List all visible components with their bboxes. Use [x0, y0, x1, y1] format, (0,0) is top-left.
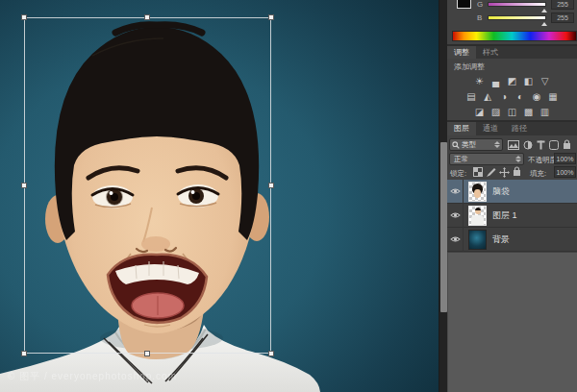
transform-handle-bottom-center[interactable] [144, 351, 150, 356]
lock-image-pixels-brush-icon[interactable] [486, 167, 496, 178]
layer-name[interactable]: 脑袋 [492, 185, 510, 198]
layer-name[interactable]: 背景 [492, 233, 510, 246]
visibility-toggle[interactable] [447, 180, 464, 204]
adjustment-black-white-icon[interactable]: ◑ [498, 90, 511, 103]
filter-shape-layers-icon[interactable] [549, 140, 559, 150]
adjustment-posterize-icon[interactable]: ▨ [489, 106, 502, 118]
adjustment-channel-mixer-icon[interactable]: ◉ [531, 90, 543, 103]
blue-value-field[interactable]: 255 [551, 12, 574, 23]
eye-icon [450, 211, 461, 219]
search-icon [452, 141, 460, 149]
eye-icon [450, 187, 461, 195]
panel-dock: G 255 B 255 调整 样式 添加调整 [447, 0, 577, 392]
layer-list: 脑袋 图层 1 [447, 180, 577, 252]
canvas-vertical-scrollbar[interactable] [439, 0, 447, 392]
transform-handle-middle-left[interactable] [21, 183, 27, 188]
layer-row-background[interactable]: 背景 [447, 228, 577, 252]
adjustment-vibrance-icon[interactable]: ▽ [539, 75, 551, 87]
filter-type-layers-icon[interactable] [537, 140, 545, 150]
green-value-field[interactable]: 255 [551, 0, 574, 10]
fill-label: 填充: [530, 169, 546, 179]
photoshop-app: © 图平 / everyonephotoshop.com G 255 B 255 [0, 0, 577, 392]
document-canvas[interactable]: © 图平 / everyonephotoshop.com [0, 0, 439, 392]
visibility-toggle[interactable] [447, 228, 464, 252]
adjustment-color-balance-icon[interactable]: ◭ [482, 90, 494, 103]
green-slider-knob[interactable] [541, 9, 547, 12]
blend-mode-value: 正常 [454, 155, 468, 164]
lock-label: 锁定: [450, 169, 466, 179]
tab-paths[interactable]: 路径 [505, 122, 534, 135]
lock-position-move-icon[interactable] [499, 167, 510, 178]
adjustment-levels-icon[interactable]: ▄ [489, 75, 502, 87]
adjustment-photo-filter-icon[interactable]: ◐ [514, 90, 527, 103]
adjustment-invert-icon[interactable]: ◪ [473, 106, 486, 118]
filter-kind-label: 类型 [462, 140, 476, 150]
fill-field[interactable]: 100% [554, 166, 576, 178]
empty-dock-area [447, 253, 577, 392]
adjustment-brightness-contrast-icon[interactable]: ☀ [473, 75, 486, 87]
tab-channels[interactable]: 通道 [476, 122, 505, 135]
transform-handle-top-left[interactable] [21, 14, 27, 20]
blue-channel-label: B [477, 13, 482, 22]
filter-adjustment-layers-icon[interactable] [523, 140, 533, 150]
layer-thumbnail-head[interactable] [468, 182, 487, 202]
layer-thumbnail-background[interactable] [468, 230, 487, 250]
adjustment-exposure-icon[interactable]: ◧ [522, 75, 535, 87]
adjustment-threshold-icon[interactable]: ◫ [506, 106, 518, 118]
transform-handle-bottom-right[interactable] [268, 351, 274, 356]
filter-smart-objects-icon[interactable] [563, 139, 571, 150]
layer-row-layer1[interactable]: 图层 1 [447, 204, 577, 228]
transform-handle-top-center[interactable] [144, 14, 150, 20]
tab-adjustments[interactable]: 调整 [447, 46, 476, 59]
layer-thumbnail-person[interactable] [468, 206, 487, 226]
tab-styles[interactable]: 样式 [476, 46, 505, 59]
transform-handle-top-right[interactable] [268, 14, 274, 20]
chevron-updown-icon [515, 156, 521, 162]
tab-layers[interactable]: 图层 [447, 122, 476, 135]
blue-channel-row: B 255 [447, 13, 577, 23]
transform-handle-middle-right[interactable] [268, 183, 274, 188]
opacity-field[interactable]: 100% [554, 153, 576, 164]
scrollbar-thumb[interactable] [440, 142, 447, 312]
adjustment-curves-icon[interactable]: ◩ [506, 75, 518, 87]
lock-transparent-pixels-icon[interactable] [473, 167, 483, 177]
add-adjustment-label: 添加调整 [454, 61, 485, 72]
blue-channel-slider[interactable] [488, 15, 546, 20]
visibility-toggle[interactable] [447, 204, 464, 228]
free-transform-bounding-box [24, 17, 271, 354]
green-channel-label: G [477, 0, 483, 9]
layer-filter-kind-select[interactable]: 类型 [449, 138, 503, 151]
layer-name[interactable]: 图层 1 [492, 209, 517, 222]
blend-mode-select[interactable]: 正常 [449, 153, 524, 165]
adjustment-selective-color-icon[interactable]: ▥ [539, 106, 551, 118]
color-spectrum-ramp[interactable] [452, 31, 577, 41]
eye-icon [450, 235, 461, 243]
adjustment-color-lookup-icon[interactable]: ▦ [547, 90, 560, 103]
filter-pixel-layers-icon[interactable] [508, 140, 519, 150]
green-channel-slider[interactable] [488, 2, 546, 7]
layer-row-head[interactable]: 脑袋 [447, 180, 577, 204]
lock-all-icon[interactable] [513, 166, 521, 177]
chevron-updown-icon [494, 141, 500, 148]
watermark-text: © 图平 / everyonephotoshop.com [8, 370, 177, 383]
transform-handle-bottom-left[interactable] [21, 351, 27, 356]
blue-slider-knob[interactable] [541, 22, 547, 26]
adjustment-hue-saturation-icon[interactable]: ▤ [465, 90, 478, 103]
green-channel-row: G 255 [447, 0, 577, 10]
adjustment-gradient-map-icon[interactable]: ▩ [522, 106, 535, 118]
